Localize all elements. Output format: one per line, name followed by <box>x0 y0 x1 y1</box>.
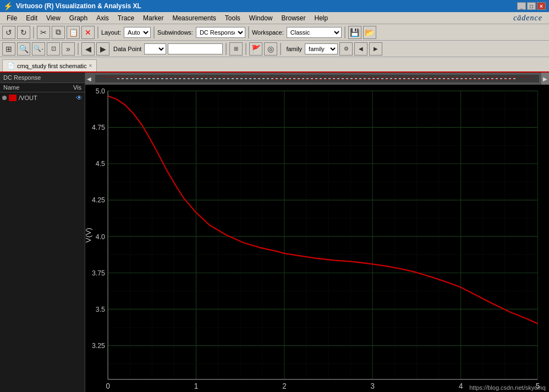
left-panel: DC Response Name Vis /VOUT 👁 <box>0 73 85 392</box>
scroll-right-button[interactable]: ▶ <box>541 73 549 85</box>
family-label: family <box>286 46 302 52</box>
menu-trace[interactable]: Trace <box>113 13 139 23</box>
svg-text:V(V): V(V) <box>85 228 92 242</box>
panel-columns: Name Vis <box>0 83 85 92</box>
redo-button[interactable]: ↻ <box>17 26 30 39</box>
separator-7 <box>226 43 227 55</box>
family-next-button[interactable]: ▶ <box>369 42 382 56</box>
zoom-out-button[interactable]: 🔍- <box>32 42 45 56</box>
table-button[interactable]: ⊞ <box>229 42 243 56</box>
separator-8 <box>245 43 246 55</box>
chart-svg: 0 1 2 3 4 5 BIAS 5.0 4.75 4.5 4.25 4.0 3… <box>85 85 549 392</box>
panel-header: DC Response <box>0 73 85 83</box>
title-text: Virtuoso (R) Visualization & Analysis XL <box>16 2 141 10</box>
family-options-button[interactable]: ⚙ <box>339 42 353 56</box>
menu-edit[interactable]: Edit <box>21 13 42 23</box>
menu-file[interactable]: File <box>2 13 21 23</box>
svg-text:4.5: 4.5 <box>96 159 105 168</box>
menu-marker[interactable]: Marker <box>139 13 168 23</box>
maximize-button[interactable]: □ <box>527 2 536 10</box>
cut-button[interactable]: ✂ <box>37 26 50 39</box>
next-button[interactable]: ▶ <box>96 42 109 56</box>
app-icon: ⚡ <box>3 2 13 10</box>
visibility-icon[interactable]: 👁 <box>76 94 83 102</box>
workspace-select[interactable]: Classic <box>287 27 342 38</box>
svg-text:4.0: 4.0 <box>96 232 105 241</box>
main-content: DC Response Name Vis /VOUT 👁 ◀ ▶ <box>0 73 549 392</box>
data-point-label: Data Point <box>113 46 141 52</box>
prev-button[interactable]: ◀ <box>81 42 95 56</box>
col-vis: Vis <box>70 83 85 92</box>
copy-button[interactable]: ⧉ <box>52 26 65 39</box>
layout-select[interactable]: Auto <box>124 27 151 38</box>
svg-text:2: 2 <box>282 382 287 391</box>
menu-axis[interactable]: Axis <box>92 13 113 23</box>
signal-row-vout: /VOUT 👁 <box>0 92 85 103</box>
subwindows-label: Subwindows: <box>157 29 193 36</box>
separator-4 <box>248 26 249 38</box>
svg-text:1: 1 <box>194 382 199 391</box>
menu-help[interactable]: Help <box>310 13 333 23</box>
graph-area: ◀ ▶ <box>85 73 549 392</box>
toolbar-1: ↺ ↻ ✂ ⧉ 📋 ✕ Layout: Auto Subwindows: DC … <box>0 24 549 41</box>
undo-button[interactable]: ↺ <box>2 26 15 39</box>
cadence-logo: cādence <box>513 14 547 23</box>
svg-text:4.25: 4.25 <box>92 196 105 205</box>
family-prev-button[interactable]: ◀ <box>354 42 367 56</box>
svg-text:4: 4 <box>459 382 463 391</box>
svg-text:3.75: 3.75 <box>92 268 105 277</box>
more-tools-button[interactable]: » <box>62 42 75 56</box>
toolbar-2: ⊞ 🔍 🔍- ⊡ » ◀ ▶ Data Point ⊞ 🚩 ◎ family f… <box>0 41 549 57</box>
separator-9 <box>280 43 281 55</box>
menu-graph[interactable]: Graph <box>65 13 92 23</box>
title-bar: ⚡ Virtuoso (R) Visualization & Analysis … <box>0 0 549 12</box>
scrollbar-track[interactable] <box>95 75 539 82</box>
flag-button[interactable]: 🚩 <box>249 42 262 56</box>
paste-button[interactable]: 📋 <box>67 26 80 39</box>
data-point-select[interactable] <box>144 43 166 54</box>
circle-button[interactable]: ◎ <box>264 42 277 56</box>
load-workspace-button[interactable]: 📂 <box>363 26 376 39</box>
graph-scrollbar[interactable]: ◀ ▶ <box>85 73 549 85</box>
separator-5 <box>344 26 345 38</box>
signal-name[interactable]: /VOUT <box>19 95 74 101</box>
svg-text:4.75: 4.75 <box>92 123 105 132</box>
col-name: Name <box>0 83 70 92</box>
save-workspace-button[interactable]: 💾 <box>348 26 361 39</box>
tab-icon: 📄 <box>7 62 15 69</box>
zoom-in-button[interactable]: 🔍 <box>17 42 30 56</box>
workspace-label: Workspace: <box>252 29 284 36</box>
tab-label: cmq_study first schematic <box>17 63 87 69</box>
svg-text:3.5: 3.5 <box>96 305 105 313</box>
zoom-region-button[interactable]: ⊡ <box>47 42 60 56</box>
data-point-input[interactable] <box>168 43 223 54</box>
schematic-tab[interactable]: 📄 cmq_study first schematic × <box>2 59 97 71</box>
svg-text:3.25: 3.25 <box>92 341 105 350</box>
fit-button[interactable]: ⊞ <box>2 42 15 56</box>
menu-bar: File Edit View Graph Axis Trace Marker M… <box>0 12 549 24</box>
menu-measurements[interactable]: Measurements <box>168 13 220 23</box>
tab-close-button[interactable]: × <box>89 63 92 69</box>
signal-dot <box>2 96 7 100</box>
minimize-button[interactable]: _ <box>517 2 526 10</box>
menu-window[interactable]: Window <box>245 13 277 23</box>
menu-tools[interactable]: Tools <box>221 13 245 23</box>
svg-text:3: 3 <box>371 382 375 391</box>
subwindows-select[interactable]: DC Response <box>196 27 245 38</box>
family-select[interactable]: family <box>305 43 338 54</box>
svg-text:0: 0 <box>106 382 110 391</box>
signal-color <box>9 95 17 101</box>
window-controls: _ □ × <box>517 2 546 10</box>
svg-text:5.0: 5.0 <box>96 86 105 95</box>
layout-label: Layout: <box>101 29 121 36</box>
separator-1 <box>33 26 34 38</box>
separator-2 <box>97 26 98 38</box>
menu-view[interactable]: View <box>42 13 65 23</box>
scroll-left-button[interactable]: ◀ <box>85 73 93 85</box>
separator-6 <box>78 43 79 55</box>
status-url: https://blog.csdn.net/skycmq <box>469 384 546 391</box>
menu-browser[interactable]: Browser <box>277 13 310 23</box>
svg-rect-0 <box>85 85 549 392</box>
close-button[interactable]: × <box>537 2 546 10</box>
delete-button[interactable]: ✕ <box>81 26 95 39</box>
